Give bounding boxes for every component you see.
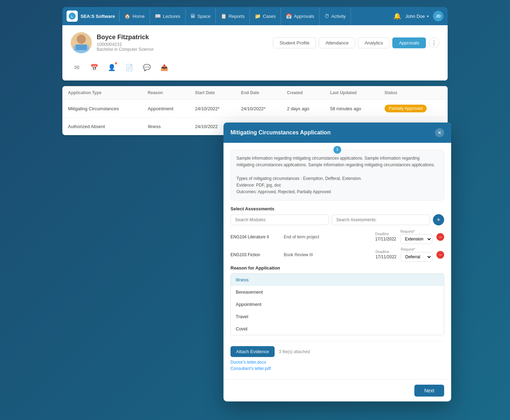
file-link[interactable]: Consultant's letter.pdf	[230, 366, 444, 371]
cell-status: Partially Approved	[379, 100, 448, 118]
reason-label: Reason for Application	[230, 265, 444, 271]
deadline-group: Deadline 17/11/2022	[375, 250, 397, 259]
more-options-button[interactable]: ⋮	[429, 37, 439, 48]
svg-text:L: L	[71, 15, 73, 18]
reason-option[interactable]: Covid	[231, 323, 444, 335]
remove-assessment-button[interactable]: −	[436, 233, 444, 241]
modal-footer: Next	[223, 379, 451, 401]
email-icon[interactable]: ✉	[71, 62, 83, 74]
table-row[interactable]: Mitigating Circumstances Appointment 24/…	[62, 100, 448, 118]
approvals-icon: 📅	[286, 13, 292, 19]
home-icon: 🏠	[124, 13, 130, 19]
deadline-value: 17/11/2022	[375, 254, 397, 259]
col-end-date: End Date	[235, 86, 281, 100]
nav-activity[interactable]: ⏱ Activity	[319, 7, 351, 25]
modal-body: i Sample information regarding mitigatin…	[223, 143, 451, 379]
nav-cases[interactable]: 📁 Cases	[250, 7, 281, 25]
tab-analytics[interactable]: Analytics	[358, 37, 390, 48]
info-outcomes: Outcomes: Approved, Rejected, Partially …	[236, 189, 438, 195]
file-link[interactable]: Doctor's letter.docx	[230, 360, 444, 365]
info-text: Sample information regarding mitigating …	[236, 155, 438, 168]
deadline-label: Deadline	[375, 250, 397, 254]
alert-badge	[114, 62, 118, 65]
profile-name: Boyce Fitzpatrick	[97, 34, 153, 41]
info-icon: i	[333, 146, 341, 154]
calendar-icon[interactable]: 📅	[88, 62, 100, 74]
search-assessments-input[interactable]	[332, 215, 430, 225]
request-select[interactable]: Deferral	[401, 252, 432, 262]
assessment-search-row: +	[230, 214, 444, 225]
col-start-date: Start Date	[189, 86, 235, 100]
reason-option[interactable]: Bereavement	[231, 286, 444, 298]
nav-space[interactable]: 🏛 Space	[186, 7, 216, 25]
tab-approvals[interactable]: Approvals	[392, 37, 426, 48]
reason-dropdown: IllnessBereavementAppointmentTravelCovid	[230, 273, 444, 335]
cell-created: 2 days ago	[281, 100, 324, 118]
mitigating-circumstances-modal: Mitigating Circumstances Application ✕ i…	[223, 122, 451, 401]
profile-details: Boyce Fitzpatrick 1000004231 Bachelor in…	[97, 34, 153, 52]
nav-home[interactable]: 🏠 Home	[119, 7, 150, 25]
col-created: Created	[281, 86, 324, 100]
profile-actions: ✉ 📅 👤 📄 💬 📤	[71, 59, 439, 74]
cell-reason: Illness	[142, 118, 189, 135]
profile-card: Boyce Fitzpatrick 1000004231 Bachelor in…	[62, 25, 448, 80]
main-container: L SEA:S Software 🏠 Home 📖 Lectures 🏛 Spa…	[62, 7, 448, 135]
deadline-value: 17/11/2022	[375, 237, 396, 241]
avatar	[71, 32, 92, 53]
cell-end: 24/10/2022*	[235, 100, 281, 118]
info-evidence: Evidence: PDF, jpg, doc	[236, 182, 438, 189]
profile-info: Boyce Fitzpatrick 1000004231 Bachelor in…	[71, 32, 153, 53]
nav-lectures[interactable]: 📖 Lectures	[150, 7, 186, 25]
tab-student-profile[interactable]: Student Profile	[273, 37, 316, 48]
assessment-name: Book Review III	[284, 252, 371, 257]
col-application-type: Application Type	[62, 86, 142, 100]
cell-updated: 58 minutes ago	[324, 100, 379, 118]
next-button[interactable]: Next	[414, 385, 444, 397]
modal-title: Mitigating Circumstances Application	[230, 130, 331, 136]
notification-bell[interactable]: 🔔	[393, 12, 401, 20]
evidence-row: Attach Evidence 3 file(s) attached	[230, 346, 444, 357]
request-select[interactable]: Extension	[400, 234, 432, 244]
remove-assessment-button[interactable]: −	[436, 251, 444, 259]
reports-icon: 📋	[221, 13, 227, 19]
alert-icon[interactable]: 👤	[106, 62, 118, 74]
assessment-module: ENG103 Fiction	[230, 252, 280, 257]
reason-option[interactable]: Illness	[231, 274, 444, 286]
file-list: Doctor's letter.docxConsultant's letter.…	[230, 360, 444, 371]
nav-right: 🔔 John Doe ▾ JD	[393, 11, 443, 21]
nav-user[interactable]: John Doe ▾	[405, 14, 429, 19]
export-icon[interactable]: 📤	[158, 62, 170, 74]
top-navigation: L SEA:S Software 🏠 Home 📖 Lectures 🏛 Spa…	[62, 7, 448, 25]
svg-rect-5	[76, 44, 87, 50]
search-modules-input[interactable]	[230, 215, 329, 225]
profile-degree: Bachelor in Computer Science	[97, 47, 153, 52]
attach-evidence-button[interactable]: Attach Evidence	[230, 346, 275, 357]
status-badge: Partially Approved	[385, 105, 427, 112]
file-count: 3 file(s) attached	[279, 349, 310, 354]
assessment-row: ENG103 Fiction Book Review III Deadline …	[230, 247, 444, 262]
cell-type: Authorized Absent	[62, 118, 142, 135]
assessment-rows: ENG104 Literature II End of term project…	[230, 230, 444, 262]
brand-name: SEA:S Software	[81, 14, 115, 19]
nav-reports[interactable]: 📋 Reports	[216, 7, 250, 25]
reason-section: Reason for Application IllnessBereavemen…	[230, 265, 444, 335]
cell-start: 24/10/2022*	[189, 100, 235, 118]
add-assessment-button[interactable]: +	[433, 214, 444, 225]
nav-items: 🏠 Home 📖 Lectures 🏛 Space 📋 Reports 📁 Ca…	[119, 7, 393, 25]
deadline-group: Deadline 17/11/2022	[375, 232, 396, 241]
tab-attendance[interactable]: Attendance	[319, 37, 355, 48]
nav-brand: L SEA:S Software	[67, 10, 119, 22]
brand-logo: L	[67, 10, 78, 22]
modal-close-button[interactable]: ✕	[435, 128, 444, 137]
reason-option[interactable]: Appointment	[231, 298, 444, 310]
chat-icon[interactable]: 💬	[141, 62, 153, 74]
cell-reason: Appointment	[142, 100, 189, 118]
document-icon[interactable]: 📄	[123, 62, 135, 74]
space-icon: 🏛	[191, 13, 195, 19]
reason-option[interactable]: Travel	[231, 310, 444, 323]
cell-type: Mitigating Circumstances	[62, 100, 142, 118]
svg-point-3	[77, 35, 86, 44]
nav-approvals[interactable]: 📅 Approvals	[281, 7, 319, 25]
assessment-name: End of term project	[284, 234, 371, 239]
profile-tabs: Student Profile Attendance Analytics App…	[273, 37, 439, 48]
